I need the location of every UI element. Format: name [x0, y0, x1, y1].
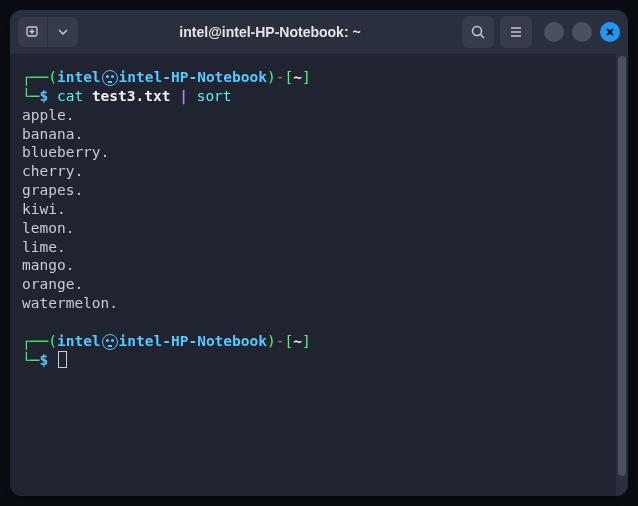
close-button[interactable]: [600, 22, 620, 42]
terminal-area: ┌──(intelintel-HP-Notebook)-[~] └─$ cat …: [10, 54, 628, 496]
terminal-content[interactable]: ┌──(intelintel-HP-Notebook)-[~] └─$ cat …: [10, 54, 616, 496]
hamburger-icon: [508, 24, 524, 40]
output-line: lemon.: [22, 220, 74, 236]
command-sort: sort: [197, 88, 232, 104]
prompt-open-paren: (: [48, 69, 57, 85]
prompt-open-bracket: [: [284, 69, 293, 85]
prompt-open-bracket: [: [284, 333, 293, 349]
output-line: kiwi.: [22, 201, 66, 217]
command-arg: test3.txt: [92, 88, 171, 104]
prompt-open-paren: (: [48, 333, 57, 349]
titlebar: intel@intel-HP-Notebook: ~: [10, 10, 628, 54]
prompt-corner-top: ┌──: [22, 333, 48, 349]
maximize-button[interactable]: [572, 22, 592, 42]
output-line: blueberry.: [22, 144, 109, 160]
prompt-host: intel-HP-Notebook: [119, 69, 267, 85]
window-title: intel@intel-HP-Notebook: ~: [84, 24, 456, 40]
output-line: grapes.: [22, 182, 83, 198]
kali-skull-icon: [102, 334, 118, 350]
prompt-corner-top: ┌──: [22, 69, 48, 85]
tab-controls: [18, 17, 78, 47]
search-button[interactable]: [462, 16, 494, 48]
minimize-button[interactable]: [544, 22, 564, 42]
tab-dropdown-button[interactable]: [48, 17, 78, 47]
kali-skull-icon: [102, 70, 118, 86]
command-cat: cat: [57, 88, 83, 104]
output-line: lime.: [22, 239, 66, 255]
prompt-path: ~: [293, 69, 302, 85]
prompt-close-paren: ): [267, 69, 276, 85]
prompt-corner-bottom: └─: [22, 88, 39, 104]
window-controls: [544, 22, 620, 42]
command-pipe: |: [179, 88, 188, 104]
prompt-corner-bottom: └─: [22, 352, 39, 368]
prompt-close-paren: ): [267, 333, 276, 349]
output-line: mango.: [22, 257, 74, 273]
prompt-path: ~: [293, 333, 302, 349]
scrollbar[interactable]: [616, 54, 628, 496]
cursor: [58, 351, 67, 368]
prompt-host: intel-HP-Notebook: [119, 333, 267, 349]
output-line: apple.: [22, 107, 74, 123]
prompt-symbol: $: [39, 88, 48, 104]
svg-point-1: [473, 27, 482, 36]
output-line: banana.: [22, 126, 83, 142]
new-tab-button[interactable]: [18, 17, 48, 47]
scroll-thumb[interactable]: [618, 56, 626, 476]
prompt-user: intel: [57, 69, 101, 85]
prompt-user: intel: [57, 333, 101, 349]
prompt-symbol: $: [39, 352, 48, 368]
menu-button[interactable]: [500, 16, 532, 48]
close-icon: [605, 27, 615, 37]
chevron-down-icon: [58, 27, 68, 37]
output-line: cherry.: [22, 163, 83, 179]
prompt-close-bracket: ]: [302, 333, 311, 349]
prompt-close-bracket: ]: [302, 69, 311, 85]
output-line: watermelon.: [22, 295, 118, 311]
terminal-window: intel@intel-HP-Notebook: ~ ┌──(intelinte…: [10, 10, 628, 496]
search-icon: [470, 24, 486, 40]
output-line: orange.: [22, 276, 83, 292]
new-tab-icon: [25, 24, 41, 40]
